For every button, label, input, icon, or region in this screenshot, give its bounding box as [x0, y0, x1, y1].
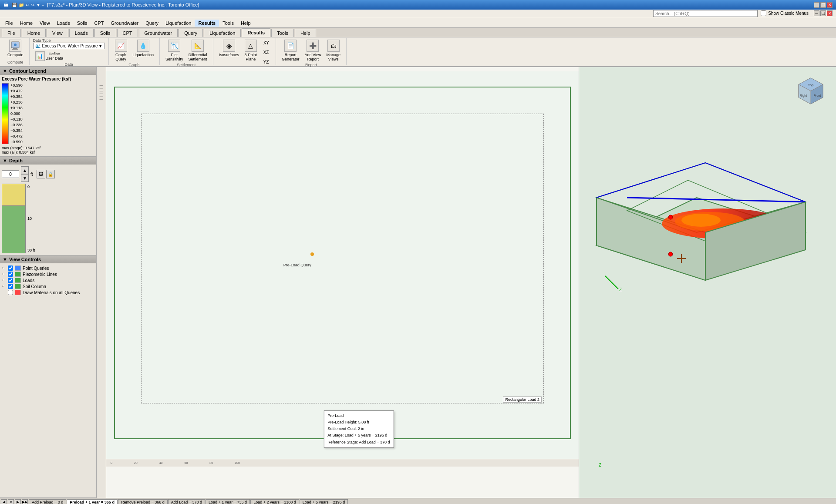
soil-column-checkbox[interactable]	[8, 284, 13, 289]
define-user-data-button[interactable]: 📊 DefineUser Data	[33, 50, 66, 62]
ribbon-tab-cpt[interactable]: CPT	[117, 29, 138, 37]
depth-unit: ft	[30, 172, 33, 177]
menu-item-groundwater[interactable]: Groundwater	[108, 20, 142, 27]
stage-nav-hash[interactable]: #	[8, 499, 14, 504]
data-type-select[interactable]: 🌊 Excess Pore Water Pressure ▼	[33, 43, 105, 49]
plot-sensitivity-button[interactable]: 📉 PlotSensitivity	[163, 38, 185, 63]
ribbon-tab-results[interactable]: Results	[242, 28, 270, 37]
point-queries-checkbox[interactable]	[8, 265, 13, 271]
window-restore-button[interactable]: ❐	[820, 10, 826, 16]
stage-tab-remove-preload[interactable]: Remove Preload = 366 d	[118, 499, 168, 504]
stage-tab-load-2yr[interactable]: Load + 2 years = 1100 d	[250, 499, 299, 504]
ribbon-group-graph: 📈 GraphQuery 💧 Liquefaction Graph	[109, 38, 160, 65]
stage-tab-load-1yr[interactable]: Load + 1 year = 735 d	[206, 499, 250, 504]
window-minimize-button[interactable]: ─	[814, 10, 819, 16]
plan-drawing-area[interactable]: Pre-Load Query Rectangular Load 2	[106, 71, 579, 459]
ribbon-tab-tools[interactable]: Tools	[271, 29, 294, 37]
ribbon-tab-home[interactable]: Home	[22, 29, 46, 37]
view-controls-header[interactable]: ▼ View Controls	[0, 255, 96, 263]
ribbon-tab-view[interactable]: View	[47, 29, 68, 37]
stage-nav-next[interactable]: ▶	[15, 499, 21, 504]
ribbon-tab-liquefaction[interactable]: Liquefaction	[204, 29, 241, 37]
three-point-plane-label: 3-PointPlane	[244, 53, 257, 61]
close-button[interactable]: ✕	[827, 2, 833, 8]
stage-tab-add-load[interactable]: Add Load = 370 d	[168, 499, 205, 504]
ribbon-tab-soils[interactable]: Soils	[94, 29, 116, 37]
menu-item-home[interactable]: Home	[17, 20, 36, 27]
contour-legend-header[interactable]: ▼ Contour Legend	[0, 67, 96, 75]
xz-button[interactable]: XZ	[260, 48, 272, 57]
soil-column-expand[interactable]: +	[2, 284, 6, 289]
classic-menus-checkbox[interactable]	[761, 10, 766, 16]
3d-view-svg: Z	[583, 93, 827, 302]
window-close-button[interactable]: ✕	[827, 10, 833, 16]
draw-materials-checkbox[interactable]	[8, 290, 13, 295]
loads-label: Loads	[23, 278, 34, 283]
menu-item-query[interactable]: Query	[142, 20, 162, 27]
ribbon-tab-query[interactable]: Query	[179, 29, 203, 37]
point-queries-label: Point Queries	[23, 266, 49, 271]
legend-labels: +0.590 +0.472 +0.354 +0.236 +0.118 0.000…	[10, 83, 23, 144]
ribbon-tab-groundwater[interactable]: Groundwater	[139, 29, 178, 37]
define-user-data-label: DefineUser Data	[46, 52, 64, 60]
ribbon-tab-help[interactable]: Help	[295, 29, 316, 37]
ruler-h-100: 100	[235, 461, 240, 464]
center-viewport[interactable]: │ │ │ │ │ │ 0 20 40 60 80 100 Pre-Load Q…	[97, 67, 579, 498]
differential-settlement-icon: 📐	[192, 40, 204, 52]
menu-item-liquefaction[interactable]: Liquefaction	[162, 20, 195, 27]
menu-item-results[interactable]: Results	[195, 20, 219, 27]
stage-tabs: ◀ # ▶ ▶▶ Add Preload = 0 d Preload + 1 y…	[0, 498, 836, 504]
add-view-report-button[interactable]: ➕ Add ViewReport	[303, 38, 324, 63]
graph-query-button[interactable]: 📈 GraphQuery	[112, 38, 130, 63]
search-input[interactable]	[653, 10, 758, 17]
piezometric-checkbox[interactable]	[8, 272, 13, 277]
menu-item-help[interactable]: Help	[237, 20, 254, 27]
stage-tab-preload-1yr[interactable]: Preload + 1 year = 365 d	[67, 499, 118, 504]
menu-item-view[interactable]: View	[36, 20, 54, 27]
depth-header[interactable]: ▼ Depth	[0, 157, 96, 165]
three-point-plane-button[interactable]: △ 3-PointPlane	[242, 38, 260, 63]
legend-label: +0.236	[10, 100, 23, 104]
ribbon-tab-loads[interactable]: Loads	[69, 29, 94, 37]
isosurfaces-label: Isosurfaces	[219, 53, 239, 57]
liquefaction-button[interactable]: 💧 Liquefaction	[131, 38, 156, 58]
depth-lock-button[interactable]: 🔒	[46, 170, 55, 178]
compute-button[interactable]: Compute	[5, 38, 26, 58]
stage-nav-last[interactable]: ▶▶	[22, 499, 28, 504]
isosurfaces-button[interactable]: ◈ Isosurfaces	[217, 38, 241, 58]
stage-nav-first[interactable]: ◀	[1, 499, 7, 504]
depth-input[interactable]	[2, 170, 19, 178]
plan-load-label: Rectangular Load 2	[503, 396, 542, 403]
contour-legend-section: ▼ Contour Legend Excess Pore Water Press…	[0, 67, 96, 157]
depth-up-button[interactable]: ▲	[21, 166, 29, 174]
stage-tab-load-5yr[interactable]: Load + 5 years = 2195 d	[300, 499, 348, 504]
ribbon-group-report: 📄 ReportGenerator ➕ Add ViewReport 🗂 Man…	[276, 38, 347, 65]
ribbon-tab-file[interactable]: File	[2, 29, 21, 37]
right-viewport[interactable]: Top Front Right	[579, 67, 836, 498]
data-type-value: Excess Pore Water Pressure	[42, 44, 98, 48]
stage-tab-add-preload[interactable]: Add Preload = 0 d	[29, 499, 66, 504]
view-controls-section: ▼ View Controls + Point Queries + Piezom…	[0, 255, 96, 498]
loads-checkbox[interactable]	[8, 278, 13, 283]
yz-button[interactable]: YZ	[260, 57, 272, 66]
depth-down-button[interactable]: ▼	[21, 174, 29, 182]
menu-item-tools[interactable]: Tools	[219, 20, 237, 27]
xy-button[interactable]: XY	[260, 38, 272, 47]
title-bar-controls[interactable]: ─ ❐ ✕	[814, 2, 833, 8]
legend-data-title: Excess Pore Water Pressure (ksf)	[2, 77, 94, 81]
loads-expand[interactable]: +	[2, 278, 6, 282]
menu-item-loads[interactable]: Loads	[54, 20, 74, 27]
manage-views-button[interactable]: 🗂 ManageViews	[324, 38, 343, 63]
differential-settlement-button[interactable]: 📐 DifferentialSettlement	[186, 38, 209, 63]
report-generator-button[interactable]: 📄 ReportGenerator	[280, 38, 302, 63]
piezometric-expand[interactable]: +	[2, 272, 6, 276]
restore-button[interactable]: ❐	[820, 2, 826, 8]
title-bar: 🏔 💾 📁 ↩ ↪ ▼ - [T7.s3z* - Plan/3D View - …	[0, 0, 836, 10]
menu-item-file[interactable]: File	[2, 20, 17, 27]
depth-view-button[interactable]: 🖼	[37, 170, 45, 178]
menu-item-cpt[interactable]: CPT	[91, 20, 108, 27]
menu-item-soils[interactable]: Soils	[74, 20, 91, 27]
svg-point-17	[681, 214, 721, 227]
point-queries-expand[interactable]: +	[2, 266, 6, 270]
minimize-button[interactable]: ─	[814, 2, 819, 8]
